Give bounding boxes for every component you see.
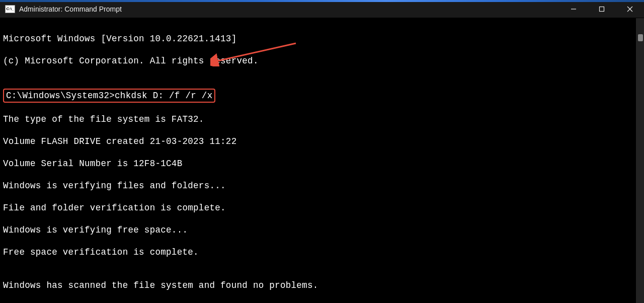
output-line: Volume FLASH DRIVE created 21-03-2023 11… [3,136,644,147]
output-line: Volume Serial Number is 12F8-1C4B [3,158,644,169]
output-line: Free space verification is complete. [3,247,644,258]
output-line: Microsoft Windows [Version 10.0.22621.14… [3,33,644,44]
window-controls [559,0,644,18]
output-line: Windows has scanned the file system and … [3,280,644,291]
window-titlebar: C:\_ Administrator: Command Prompt [0,0,644,18]
output-line: Windows is verifying files and folders..… [3,180,644,191]
output-line: The type of the file system is FAT32. [3,114,644,125]
maximize-button[interactable] [588,0,616,18]
window-title: Administrator: Command Prompt [19,5,559,13]
command-line-highlighted: C:\Windows\System32>chkdsk D: /f /r /x [3,89,644,103]
minimize-icon [571,6,577,12]
close-icon [627,6,633,12]
output-line: (c) Microsoft Corporation. All rights re… [3,55,644,66]
close-button[interactable] [616,0,644,18]
scrollbar-thumb[interactable] [638,34,643,41]
terminal-output[interactable]: Microsoft Windows [Version 10.0.22621.14… [0,18,644,303]
output-line: File and folder verification is complete… [3,202,644,213]
minimize-button[interactable] [559,0,588,18]
svg-rect-1 [600,7,604,11]
cmd-icon: C:\_ [5,5,15,13]
output-line: Windows is verifying free space... [3,224,644,236]
highlighted-command: C:\Windows\System32>chkdsk D: /f /r /x [3,89,215,103]
maximize-icon [599,6,605,12]
scrollbar-track[interactable] [636,18,644,303]
